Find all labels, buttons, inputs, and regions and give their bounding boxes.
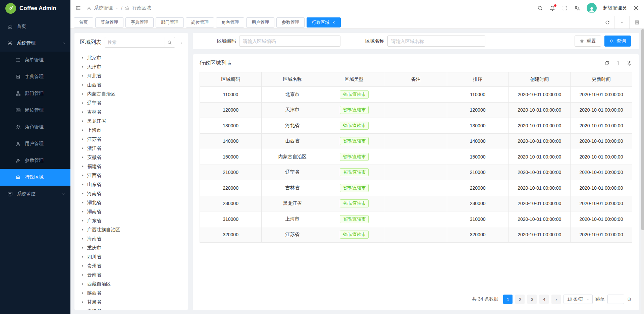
next-page-button[interactable]: › [551, 295, 561, 304]
caret-right-icon[interactable] [81, 237, 84, 240]
table-row[interactable]: 120000 天津市 省市/直辖市 120000 2020-10-01 00:0… [200, 102, 632, 118]
table-row[interactable]: 110000 北京市 省市/直辖市 110000 2020-10-01 00:0… [200, 87, 632, 103]
window-scrollbar[interactable] [641, 29, 644, 314]
table-row[interactable]: 220000 吉林省 省市/直辖市 220000 2020-10-01 00:0… [200, 180, 632, 196]
tree-search-input[interactable] [105, 40, 164, 45]
caret-right-icon[interactable] [81, 120, 84, 123]
tab[interactable]: 部门管理 [156, 17, 184, 27]
caret-right-icon[interactable] [81, 201, 84, 204]
table-row[interactable]: 150000 内蒙古自治区 省市/直辖市 150000 2020-10-01 0… [200, 149, 632, 165]
menu-fold-icon[interactable] [75, 5, 81, 11]
content-fullscreen-button[interactable] [629, 16, 644, 28]
tree-item[interactable]: 云南省 [77, 270, 185, 279]
tree-item[interactable]: 浙江省 [77, 144, 185, 153]
caret-right-icon[interactable] [81, 292, 84, 295]
search-button[interactable]: 查询 [604, 36, 631, 47]
caret-right-icon[interactable] [81, 156, 84, 159]
table-row[interactable]: 130000 河北省 省市/直辖市 130000 2020-10-01 00:0… [200, 118, 632, 134]
caret-right-icon[interactable] [81, 301, 84, 304]
settings-gear-icon[interactable] [633, 5, 639, 11]
tab[interactable]: 岗位管理 [186, 17, 214, 27]
translate-icon[interactable] [574, 5, 580, 11]
page-button-1[interactable]: 1 [503, 295, 513, 304]
sidebar-item-param-mgmt[interactable]: 参数管理 [0, 152, 70, 169]
tree-item[interactable]: 安徽省 [77, 153, 185, 162]
page-button-3[interactable]: 3 [527, 295, 537, 304]
tree-item[interactable]: 黑龙江省 [77, 117, 185, 126]
notification-bell[interactable] [549, 5, 555, 11]
caret-right-icon[interactable] [81, 74, 84, 77]
tree-search-button[interactable] [164, 37, 175, 47]
caret-right-icon[interactable] [81, 92, 84, 96]
tree-item[interactable]: 陕西省 [77, 289, 185, 298]
caret-right-icon[interactable] [81, 246, 84, 249]
tree-item[interactable]: 江西省 [77, 171, 185, 180]
reset-button[interactable]: 重置 [575, 36, 601, 47]
region-name-input[interactable] [387, 36, 485, 47]
sidebar-item-user-mgmt[interactable]: 用户管理 [0, 135, 70, 152]
page-button-2[interactable]: 2 [515, 295, 525, 304]
caret-right-icon[interactable] [81, 83, 84, 86]
caret-right-icon[interactable] [81, 183, 84, 186]
tree-item[interactable]: 海南省 [77, 234, 185, 243]
caret-right-icon[interactable] [81, 264, 84, 267]
table-row[interactable]: 230000 黑龙江省 省市/直辖市 230000 2020-10-01 00:… [200, 196, 632, 211]
caret-right-icon[interactable] [81, 174, 84, 177]
caret-right-icon[interactable] [81, 228, 84, 231]
search-icon[interactable] [537, 5, 543, 11]
username[interactable]: 超级管理员 [603, 5, 627, 11]
sidebar-item-dept-mgmt[interactable]: 部门管理 [0, 85, 70, 102]
caret-right-icon[interactable] [81, 65, 84, 68]
caret-right-icon[interactable] [81, 282, 84, 286]
caret-right-icon[interactable] [81, 192, 84, 195]
sidebar-item-role-mgmt[interactable]: 角色管理 [0, 119, 70, 135]
jump-page-input[interactable] [607, 295, 624, 304]
tree-item[interactable]: 广西壮族自治区 [77, 225, 185, 234]
caret-right-icon[interactable] [81, 138, 84, 141]
tab[interactable]: 字典管理 [125, 17, 154, 27]
tree-item[interactable]: 福建省 [77, 162, 185, 171]
tree-item[interactable]: 湖南省 [77, 207, 185, 216]
tree-item[interactable]: 天津市 [77, 62, 185, 71]
caret-right-icon[interactable] [81, 255, 84, 258]
caret-right-icon[interactable] [81, 147, 84, 150]
tree-item[interactable]: 河北省 [77, 71, 185, 80]
tab[interactable]: 参数管理 [276, 17, 305, 27]
tree-item[interactable]: 江苏省 [77, 135, 185, 144]
tree-item[interactable]: 重庆市 [77, 243, 185, 252]
column-settings-icon[interactable] [627, 60, 632, 66]
sidebar-item-region[interactable]: 行政区域 [0, 169, 70, 186]
tree-item[interactable]: 贵州省 [77, 261, 185, 270]
table-row[interactable]: 210000 辽宁省 省市/直辖市 210000 2020-10-01 00:0… [200, 165, 632, 180]
caret-right-icon[interactable] [81, 310, 84, 310]
caret-right-icon[interactable] [81, 111, 84, 114]
region-code-input[interactable] [239, 36, 340, 47]
tree-item[interactable]: 广东省 [77, 216, 185, 225]
sidebar-group-system[interactable]: 系统管理 [0, 35, 70, 52]
tab[interactable]: 用户管理 [246, 17, 274, 27]
sidebar-group-monitor[interactable]: 系统监控 [0, 186, 70, 202]
avatar[interactable] [587, 3, 597, 13]
breadcrumb-group[interactable]: 系统管理 [94, 5, 113, 11]
tree-item[interactable]: 湖北省 [77, 198, 185, 207]
caret-right-icon[interactable] [81, 129, 84, 132]
sidebar-item-menu-mgmt[interactable]: 菜单管理 [0, 52, 70, 68]
tree-item[interactable]: 甘肃省 [77, 298, 185, 307]
sidebar-item-dict-mgmt[interactable]: 字典管理 [0, 68, 70, 85]
table-row[interactable]: 310000 上海市 省市/直辖市 310000 2020-10-01 00:0… [200, 211, 632, 227]
kebab-menu-icon[interactable] [178, 40, 184, 45]
refresh-icon[interactable] [604, 60, 610, 66]
tab[interactable]: 角色管理 [216, 17, 244, 27]
tree-item[interactable]: 河南省 [77, 189, 185, 198]
page-size-select[interactable]: 10 条/页 [564, 295, 593, 304]
tree-item[interactable]: 山西省 [77, 80, 185, 89]
caret-right-icon[interactable] [81, 102, 84, 105]
tree-item[interactable]: 内蒙古自治区 [77, 89, 185, 99]
tree-item[interactable]: 北京市 [77, 53, 185, 62]
table-row[interactable]: 320000 江苏省 省市/直辖市 320000 2020-10-01 00:0… [200, 227, 632, 243]
tab[interactable]: 菜单管理 [95, 17, 123, 27]
tree-item[interactable]: 青海省 [77, 307, 185, 310]
sidebar-item-post-mgmt[interactable]: 岗位管理 [0, 102, 70, 119]
tree-item[interactable]: 吉林省 [77, 108, 185, 117]
tab[interactable]: 首页 [74, 17, 93, 27]
